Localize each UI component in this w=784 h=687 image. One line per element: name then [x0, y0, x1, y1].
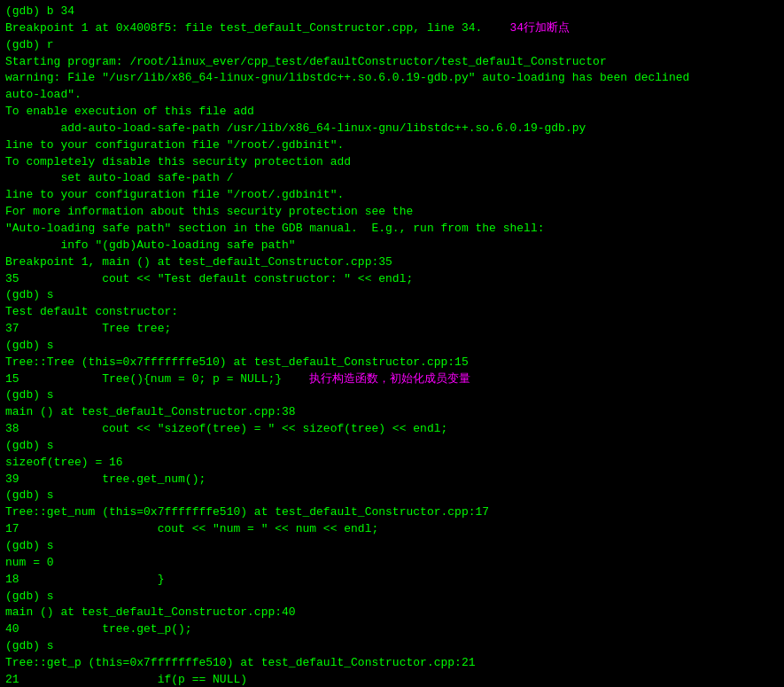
terminal-line: line to your configuration file "/root/.… — [5, 137, 779, 154]
terminal-line: Tree::get_num (this=0x7fffffffe510) at t… — [5, 504, 779, 521]
annotation: 34行加断点 — [482, 21, 570, 35]
terminal-line: Test default constructor: — [5, 304, 779, 321]
terminal-line: main () at test_default_Constructor.cpp:… — [5, 605, 779, 621]
terminal-window[interactable]: (gdb) b 34Breakpoint 1 at 0x4008f5: file… — [0, 0, 784, 687]
terminal-line: main () at test_default_Constructor.cpp:… — [5, 404, 779, 421]
terminal-line: 15 Tree(){num = 0; p = NULL;} 执行构造函数，初始化… — [5, 371, 779, 388]
terminal-line: For more information about this security… — [5, 204, 779, 221]
terminal-line: 39 tree.get_num(); — [5, 472, 779, 488]
terminal-line: 18 } — [5, 572, 779, 589]
terminal-line: 40 tree.get_p(); — [5, 621, 779, 638]
terminal-line: (gdb) s — [5, 488, 779, 504]
terminal-line: (gdb) s — [5, 287, 779, 304]
terminal-line: Tree::get_p (this=0x7fffffffe510) at tes… — [5, 655, 779, 672]
terminal-line: (gdb) s — [5, 387, 779, 404]
terminal-line: sizeof(tree) = 16 — [5, 455, 779, 472]
terminal-line: num = 0 — [5, 555, 779, 572]
terminal-line: To enable execution of this file add — [5, 104, 779, 121]
terminal-line: add-auto-load-safe-path /usr/lib/x86_64-… — [5, 121, 779, 137]
terminal-line: (gdb) s — [5, 338, 779, 355]
terminal-line: Breakpoint 1 at 0x4008f5: file test_defa… — [5, 20, 779, 37]
terminal-line: (gdb) r — [5, 37, 779, 54]
terminal-line: (gdb) s — [5, 589, 779, 605]
annotation: 执行构造函数，初始化成员变量 — [282, 372, 470, 386]
terminal-line: 37 Tree tree; — [5, 321, 779, 338]
terminal-line: Tree::Tree (this=0x7fffffffe510) at test… — [5, 355, 779, 371]
terminal-line: 17 cout << "num = " << num << endl; — [5, 521, 779, 538]
terminal-line: info "(gdb)Auto-loading safe path" — [5, 238, 779, 254]
terminal-line: "Auto-loading safe path" section in the … — [5, 221, 779, 238]
terminal-line: (gdb) b 34 — [5, 4, 779, 20]
terminal-line: (gdb) s — [5, 538, 779, 555]
terminal-line: 21 if(p == NULL) — [5, 672, 779, 687]
terminal-line: set auto-load safe-path / — [5, 170, 779, 187]
terminal-line: 35 cout << "Test default constructor: " … — [5, 271, 779, 288]
terminal-line: auto-load". — [5, 87, 779, 104]
terminal-line: Starting program: /root/linux_ever/cpp_t… — [5, 54, 779, 71]
terminal-line: (gdb) s — [5, 438, 779, 455]
terminal-line: line to your configuration file "/root/.… — [5, 187, 779, 204]
terminal-content: (gdb) b 34Breakpoint 1 at 0x4008f5: file… — [5, 4, 779, 687]
terminal-line: 38 cout << "sizeof(tree) = " << sizeof(t… — [5, 421, 779, 438]
terminal-line: Breakpoint 1, main () at test_default_Co… — [5, 254, 779, 271]
terminal-line: To completely disable this security prot… — [5, 154, 779, 171]
terminal-line: (gdb) s — [5, 638, 779, 655]
terminal-line: warning: File "/usr/lib/x86_64-linux-gnu… — [5, 70, 779, 87]
